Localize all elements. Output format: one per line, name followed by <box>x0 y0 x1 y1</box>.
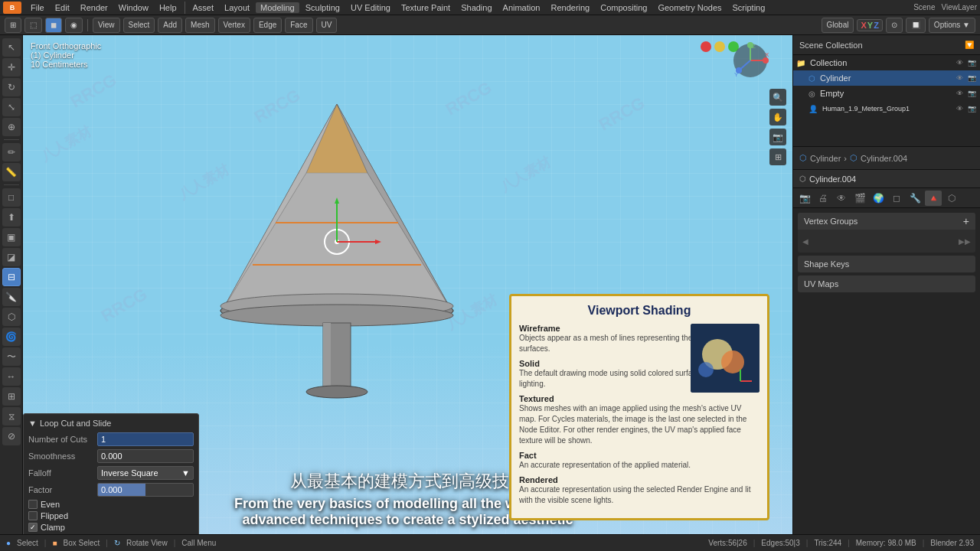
cyl-render-icon[interactable]: 📷 <box>966 73 977 83</box>
outliner-item-collection[interactable]: 📁 Collection 👁 📷 <box>793 55 980 70</box>
material-props-icon[interactable]: ⬡ <box>943 191 960 206</box>
inset-tool[interactable]: ▣ <box>2 228 21 246</box>
axis-x[interactable]: X <box>861 21 866 30</box>
menu-render[interactable]: Render <box>76 2 113 13</box>
modifier-props-icon[interactable]: 🔧 <box>906 191 923 206</box>
menu-edit[interactable]: Edit <box>51 2 74 13</box>
mesh-menu-btn[interactable]: Mesh <box>185 18 214 33</box>
render-props-icon[interactable]: 📷 <box>796 191 813 206</box>
uv-menu-btn[interactable]: UV <box>316 18 338 33</box>
cuts-value[interactable]: 1 <box>97 432 194 446</box>
axis-gizmo[interactable]: X Z Y <box>731 41 769 81</box>
menu-texture-paint[interactable]: Texture Paint <box>397 2 455 13</box>
clamp-checkbox[interactable]: ✓ <box>28 523 38 532</box>
viewport-shading-solid[interactable]: ◼ <box>45 18 62 33</box>
smoothness-value[interactable]: 0.000 <box>97 449 194 463</box>
svg-text:Y: Y <box>734 71 739 78</box>
uv-maps-section: UV Maps <box>798 276 975 292</box>
proportional-editing-btn[interactable]: ⊙ <box>886 18 903 33</box>
outliner[interactable]: 📁 Collection 👁 📷 ⬡ Cylinder 👁 📷 <box>793 55 980 147</box>
menu-help[interactable]: Help <box>155 2 181 13</box>
mesh-data-props-icon[interactable]: 🔺 <box>925 191 942 206</box>
axis-z[interactable]: Z <box>874 21 879 30</box>
menu-animation[interactable]: Animation <box>498 2 545 13</box>
factor-slider[interactable]: 0.000 <box>97 483 194 497</box>
menu-modeling[interactable]: Modeling <box>256 2 299 13</box>
menu-shading[interactable]: Shading <box>456 2 496 13</box>
menu-sculpting[interactable]: Sculpting <box>301 2 345 13</box>
menu-layout[interactable]: Layout <box>220 2 254 13</box>
rip-region-tool[interactable]: ⊘ <box>2 427 21 445</box>
empty-visibility-icon[interactable]: 👁 <box>954 88 965 99</box>
face-menu-btn[interactable]: Face <box>285 18 312 33</box>
hand-pan-icon[interactable]: ✋ <box>769 109 786 126</box>
annotate-tool[interactable]: ✏ <box>2 143 21 161</box>
object-mode-dropdown[interactable]: ⊞ <box>5 18 21 33</box>
edge-menu-btn[interactable]: Edge <box>253 18 282 33</box>
output-props-icon[interactable]: 🖨 <box>815 191 831 206</box>
scale-tool[interactable]: ⤡ <box>2 98 21 116</box>
axis-y[interactable]: Y <box>867 21 873 30</box>
vertex-groups-header[interactable]: Vertex Groups + <box>798 213 975 230</box>
move-tool[interactable]: ✛ <box>2 58 21 77</box>
loop-cut-tool[interactable]: ⊟ <box>2 268 21 286</box>
orientation-dropdown[interactable]: Global <box>822 18 854 33</box>
menu-uv-editing[interactable]: UV Editing <box>346 2 395 13</box>
object-props-icon[interactable]: ◻ <box>888 191 905 206</box>
zoom-icon[interactable]: 🔍 <box>769 89 786 106</box>
filter-icon[interactable]: 🔽 <box>965 41 974 49</box>
vg-next-icon[interactable]: ▶▶ <box>959 237 971 246</box>
select-menu-btn[interactable]: Select <box>123 18 155 33</box>
cursor-tool[interactable]: ↖ <box>2 38 21 57</box>
edge-slide-tool[interactable]: ↔ <box>2 367 21 386</box>
shape-keys-header[interactable]: Shape Keys <box>798 256 975 272</box>
add-cube-tool[interactable]: □ <box>2 188 21 207</box>
empty-render-icon[interactable]: 📷 <box>966 88 977 99</box>
snap-btn[interactable]: 🔲 <box>906 18 926 33</box>
options-btn[interactable]: Options ▼ <box>929 18 975 33</box>
view-menu-btn[interactable]: View <box>93 18 120 33</box>
smooth-tool[interactable]: 〜 <box>2 347 21 366</box>
outliner-item-human[interactable]: 👤 Human_1.9_Meters_Group1 👁 📷 <box>793 101 980 116</box>
viewport-shading-wireframe[interactable]: ⬚ <box>24 18 42 33</box>
render-icon[interactable]: 📷 <box>966 57 977 68</box>
camera-icon[interactable]: 📷 <box>769 129 786 145</box>
knife-tool[interactable]: 🔪 <box>2 288 21 306</box>
human-visibility-icon[interactable]: 👁 <box>954 103 965 114</box>
spin-tool[interactable]: 🌀 <box>2 328 21 346</box>
uv-maps-header[interactable]: UV Maps <box>798 276 975 292</box>
3d-viewport[interactable]: RRCG 八人素材 RRCG 八人素材 RRCG 八人素材 RRCG RRCG … <box>23 35 792 551</box>
vg-prev-icon[interactable]: ◀ <box>802 237 808 246</box>
transform-tool[interactable]: ⊕ <box>2 118 21 136</box>
scene-props-icon[interactable]: 🎬 <box>851 191 868 206</box>
measure-tool[interactable]: 📏 <box>2 163 21 181</box>
poly-build-tool[interactable]: ⬡ <box>2 308 21 326</box>
menu-asset[interactable]: Asset <box>188 2 219 13</box>
even-checkbox[interactable] <box>28 500 38 509</box>
shear-tool[interactable]: ⧖ <box>2 407 21 425</box>
outliner-item-empty[interactable]: ◎ Empty 👁 📷 <box>793 86 980 101</box>
bevel-tool[interactable]: ◪ <box>2 248 21 266</box>
menu-compositing[interactable]: Compositing <box>596 2 652 13</box>
visibility-icon[interactable]: 👁 <box>954 57 965 68</box>
flipped-checkbox[interactable] <box>28 511 38 520</box>
extrude-tool[interactable]: ⬆ <box>2 208 21 227</box>
add-menu-btn[interactable]: Add <box>158 18 182 33</box>
viewport-shading-rendered[interactable]: ◉ <box>65 18 83 33</box>
shrink-fatten-tool[interactable]: ⊞ <box>2 387 21 406</box>
cyl-visibility-icon[interactable]: 👁 <box>954 73 965 83</box>
grid-icon[interactable]: ⊞ <box>769 148 786 165</box>
view-layer-props-icon[interactable]: 👁 <box>833 191 850 206</box>
human-render-icon[interactable]: 📷 <box>966 103 977 114</box>
menu-file[interactable]: File <box>26 2 49 13</box>
menu-scripting[interactable]: Scripting <box>728 2 770 13</box>
menu-geometry-nodes[interactable]: Geometry Nodes <box>653 2 726 13</box>
outliner-item-cylinder[interactable]: ⬡ Cylinder 👁 📷 <box>793 70 980 86</box>
vertex-groups-add-icon[interactable]: + <box>963 215 969 227</box>
menu-window[interactable]: Window <box>114 2 153 13</box>
vertex-menu-btn[interactable]: Vertex <box>218 18 250 33</box>
rotate-tool[interactable]: ↻ <box>2 78 21 96</box>
world-props-icon[interactable]: 🌍 <box>870 191 887 206</box>
falloff-dropdown[interactable]: Inverse Square ▼ <box>97 466 194 480</box>
menu-rendering[interactable]: Rendering <box>546 2 594 13</box>
